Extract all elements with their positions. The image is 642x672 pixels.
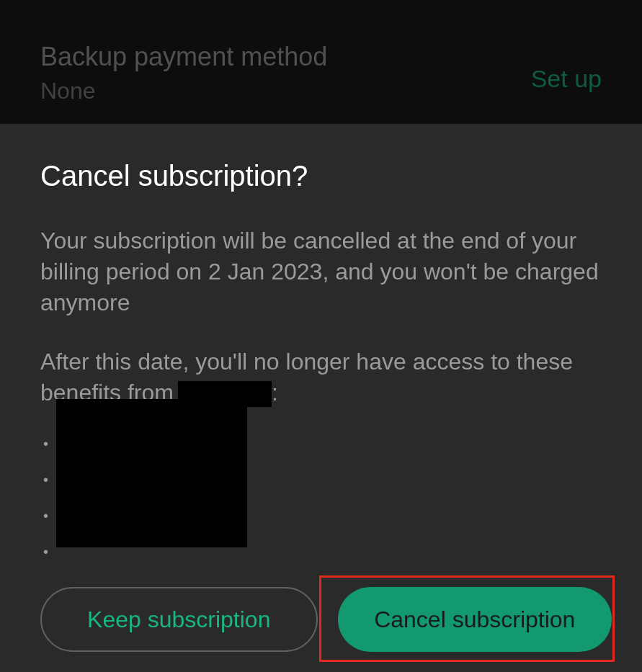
- setup-link[interactable]: Set up: [531, 65, 602, 93]
- dialog-paragraph-1: Your subscription will be cancelled at t…: [40, 225, 602, 319]
- backup-payment-value: None: [40, 78, 602, 104]
- backup-payment-section: Backup payment method None Set up: [0, 0, 642, 124]
- dialog-button-row: Keep subscription Cancel subscription: [40, 587, 612, 652]
- dialog-title: Cancel subscription?: [40, 160, 602, 192]
- para2-prefix: After this date, you'll no longer have a…: [40, 349, 573, 406]
- redacted-benefits-block: [56, 399, 247, 547]
- backup-payment-title: Backup payment method: [40, 42, 602, 72]
- para2-suffix: :: [272, 380, 278, 406]
- cancel-subscription-button[interactable]: Cancel subscription: [338, 587, 612, 652]
- cancel-subscription-dialog: Cancel subscription? Your subscription w…: [0, 124, 642, 672]
- keep-subscription-button[interactable]: Keep subscription: [40, 587, 318, 652]
